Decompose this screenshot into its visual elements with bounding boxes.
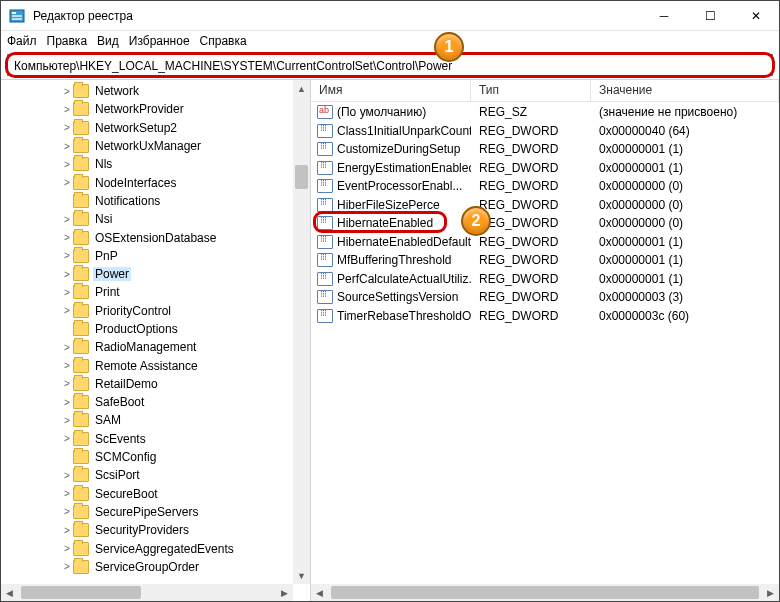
close-button[interactable]: ✕ — [733, 1, 779, 31]
address-bar-wrap: Компьютер\HKEY_LOCAL_MACHINE\SYSTEM\Curr… — [1, 51, 779, 79]
tree-item[interactable]: >SafeBoot — [75, 393, 310, 411]
tree-item[interactable]: >SAM — [75, 411, 310, 429]
value-name: CustomizeDuringSetup — [337, 142, 460, 156]
tree-item[interactable]: >ScEvents — [75, 430, 310, 448]
tree-item-label: Network — [93, 84, 141, 98]
value-data: 0x00000001 (1) — [591, 142, 779, 156]
binary-value-icon — [317, 142, 333, 156]
tree-item[interactable]: >NetworkProvider — [75, 100, 310, 118]
expand-icon[interactable]: > — [61, 250, 73, 261]
column-name[interactable]: Имя — [311, 80, 471, 101]
address-bar[interactable]: Компьютер\HKEY_LOCAL_MACHINE\SYSTEM\Curr… — [7, 54, 773, 76]
menu-file[interactable]: Файл — [7, 34, 37, 48]
tree-item[interactable]: >PnP — [75, 247, 310, 265]
list-row[interactable]: Class1InitialUnparkCountREG_DWORD0x00000… — [311, 122, 779, 141]
expand-icon[interactable]: > — [61, 214, 73, 225]
column-type[interactable]: Тип — [471, 80, 591, 101]
list-row[interactable]: TimerRebaseThresholdOn...REG_DWORD0x0000… — [311, 307, 779, 326]
expand-icon[interactable]: > — [61, 159, 73, 170]
expand-icon[interactable]: > — [61, 561, 73, 572]
menu-edit[interactable]: Правка — [47, 34, 88, 48]
expand-icon[interactable]: > — [61, 543, 73, 554]
list-row[interactable]: MfBufferingThresholdREG_DWORD0x00000001 … — [311, 251, 779, 270]
expand-icon[interactable]: > — [61, 104, 73, 115]
expand-icon[interactable]: > — [61, 269, 73, 280]
tree-item[interactable]: >NetworkSetup2 — [75, 119, 310, 137]
tree-item[interactable]: >NetworkUxManager — [75, 137, 310, 155]
expand-icon[interactable]: > — [61, 305, 73, 316]
tree-item[interactable]: >Nls — [75, 155, 310, 173]
tree-item[interactable]: SCMConfig — [75, 448, 310, 466]
scroll-right-icon[interactable]: ▶ — [762, 584, 779, 601]
scroll-thumb[interactable] — [331, 586, 759, 599]
tree-item[interactable]: >SecurePipeServers — [75, 503, 310, 521]
expand-icon[interactable]: > — [61, 86, 73, 97]
tree-item[interactable]: >RetailDemo — [75, 375, 310, 393]
list-scrollbar-horizontal[interactable]: ◀ ▶ — [311, 584, 779, 601]
expand-icon[interactable]: > — [61, 232, 73, 243]
tree-item[interactable]: >OSExtensionDatabase — [75, 228, 310, 246]
expand-icon[interactable]: > — [61, 122, 73, 133]
scroll-up-icon[interactable]: ▲ — [293, 80, 310, 97]
menu-help[interactable]: Справка — [200, 34, 247, 48]
tree-item[interactable]: >ServiceAggregatedEvents — [75, 539, 310, 557]
expand-icon[interactable]: > — [61, 378, 73, 389]
scroll-right-icon[interactable]: ▶ — [276, 584, 293, 601]
menu-view[interactable]: Вид — [97, 34, 119, 48]
tree-item[interactable]: Notifications — [75, 192, 310, 210]
scroll-left-icon[interactable]: ◀ — [311, 584, 328, 601]
value-type: REG_SZ — [471, 105, 591, 119]
list-row[interactable]: EventProcessorEnabl...REG_DWORD0x0000000… — [311, 177, 779, 196]
expand-icon[interactable]: > — [61, 525, 73, 536]
column-value[interactable]: Значение — [591, 80, 779, 101]
tree-item[interactable]: >SecurityProviders — [75, 521, 310, 539]
menu-favorites[interactable]: Избранное — [129, 34, 190, 48]
expand-icon[interactable]: > — [61, 360, 73, 371]
expand-icon[interactable]: > — [61, 488, 73, 499]
list-row[interactable]: SourceSettingsVersionREG_DWORD0x00000003… — [311, 288, 779, 307]
tree-item[interactable]: >SecureBoot — [75, 485, 310, 503]
list-row[interactable]: (По умолчанию)REG_SZ(значение не присвое… — [311, 103, 779, 122]
expand-icon[interactable]: > — [61, 287, 73, 298]
tree-item[interactable]: >RadioManagement — [75, 338, 310, 356]
folder-icon — [73, 377, 89, 391]
expand-icon[interactable]: > — [61, 415, 73, 426]
tree-scrollbar-horizontal[interactable]: ◀ ▶ — [1, 584, 293, 601]
tree-item[interactable]: ProductOptions — [75, 320, 310, 338]
list-row[interactable]: EnergyEstimationEnabledREG_DWORD0x000000… — [311, 159, 779, 178]
list-row[interactable]: CustomizeDuringSetupREG_DWORD0x00000001 … — [311, 140, 779, 159]
tree-item[interactable]: >ScsiPort — [75, 466, 310, 484]
tree-item[interactable]: >Power — [75, 265, 310, 283]
tree-item[interactable]: >Print — [75, 283, 310, 301]
maximize-button[interactable]: ☐ — [687, 1, 733, 31]
menubar: Файл Правка Вид Избранное Справка — [1, 31, 779, 51]
expand-icon[interactable]: > — [61, 506, 73, 517]
scroll-thumb[interactable] — [21, 586, 141, 599]
expand-icon[interactable]: > — [61, 433, 73, 444]
value-data: 0x00000000 (0) — [591, 179, 779, 193]
expand-icon[interactable]: > — [61, 141, 73, 152]
expand-icon[interactable]: > — [61, 342, 73, 353]
list-row[interactable]: HibernateEnabledREG_DWORD0x00000000 (0) — [311, 214, 779, 233]
expand-icon[interactable]: > — [61, 177, 73, 188]
list-row[interactable]: PerfCalculateActualUtiliz...REG_DWORD0x0… — [311, 270, 779, 289]
tree-item-label: RetailDemo — [93, 377, 160, 391]
list-row[interactable]: HiberFileSizePerceREG_DWORD0x00000000 (0… — [311, 196, 779, 215]
tree-item-label: ServiceGroupOrder — [93, 560, 201, 574]
tree-item[interactable]: >ServiceGroupOrder — [75, 558, 310, 576]
minimize-button[interactable]: ─ — [641, 1, 687, 31]
scroll-left-icon[interactable]: ◀ — [1, 584, 18, 601]
tree-item[interactable]: >PriorityControl — [75, 302, 310, 320]
scroll-down-icon[interactable]: ▼ — [293, 567, 310, 584]
scroll-thumb[interactable] — [295, 165, 308, 189]
tree-item[interactable]: >NodeInterfaces — [75, 173, 310, 191]
tree-item[interactable]: >Nsi — [75, 210, 310, 228]
tree-item[interactable]: >Network — [75, 82, 310, 100]
list-row[interactable]: HibernateEnabledDefaultREG_DWORD0x000000… — [311, 233, 779, 252]
tree-scrollbar-vertical[interactable]: ▲ ▼ — [293, 80, 310, 584]
value-name: HiberFileSizePerce — [337, 198, 440, 212]
expand-icon[interactable]: > — [61, 470, 73, 481]
expand-icon[interactable]: > — [61, 397, 73, 408]
tree-item[interactable]: >Remote Assistance — [75, 356, 310, 374]
folder-icon — [73, 231, 89, 245]
